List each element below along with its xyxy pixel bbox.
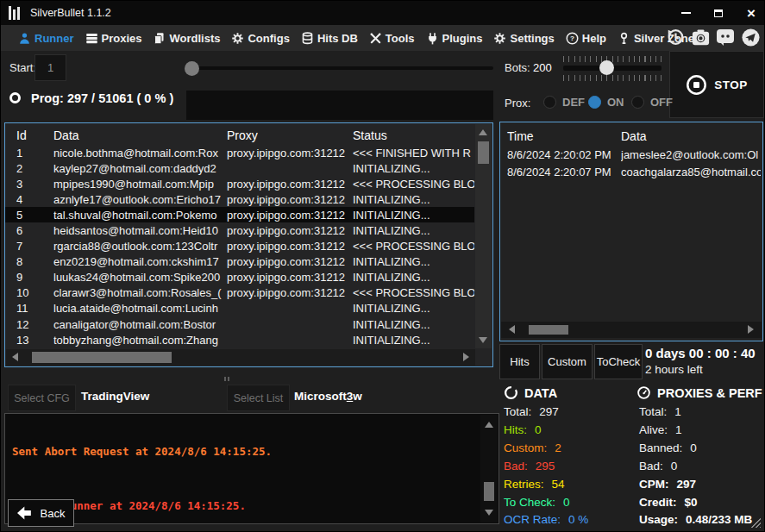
tools-icon	[369, 32, 382, 45]
prox-label: Prox:	[505, 97, 530, 110]
column-header-time[interactable]: Time	[507, 129, 621, 143]
selected-wordlist: Microsoft3w	[294, 390, 362, 403]
column-header-data[interactable]: Data	[621, 129, 761, 143]
table-row[interactable]: 3mpipes1990@hotmail.com:Mpipproxy.ipipgo…	[5, 176, 474, 191]
scroll-right-icon[interactable]	[748, 325, 754, 334]
proxies-perf-section-header: PROXIES & PERF	[636, 385, 762, 400]
start-input[interactable]	[34, 54, 66, 81]
start-label: Start:	[9, 61, 36, 74]
data-section-header: DATA	[504, 385, 557, 400]
scroll-left-icon[interactable]	[509, 325, 515, 334]
start-slider-handle[interactable]	[185, 61, 199, 76]
column-header-data[interactable]: Data	[53, 128, 227, 142]
nav-tools[interactable]: Tools	[369, 32, 415, 45]
camera-icon[interactable]	[690, 27, 711, 47]
table-row[interactable]: 4aznlyfe17@outlook.com:Ericho17proxy.ipi…	[5, 191, 474, 207]
bots-slider-ticks	[563, 75, 662, 81]
close-button[interactable]: ×	[742, 3, 761, 22]
vertical-scrollbar[interactable]	[475, 124, 492, 348]
selected-config: TradingView	[81, 390, 149, 403]
scroll-up-icon[interactable]	[485, 422, 493, 428]
table-row-selected[interactable]: 5tal.shuval@hotmail.com:Pokemoproxy.ipip…	[5, 207, 474, 222]
prox-def-label: DEF	[562, 96, 585, 109]
stat-hits: Hits:0	[504, 423, 542, 436]
titlebar: SilverBullet 1.1.2 ×	[1, 1, 765, 25]
log-console[interactable]: Sent Abort Request at 2024/8/6 14:15:25.…	[4, 413, 499, 524]
tab-custom[interactable]: Custom	[542, 344, 593, 379]
table-row[interactable]: 9luukas24@hotmail.com:Spike200proxy.ipip…	[5, 270, 474, 285]
hit-row[interactable]: 8/6/2024 2:20:02 PMjameslee2@outlook.com…	[500, 147, 761, 164]
stop-icon	[686, 74, 707, 96]
table-row[interactable]: 12canaligator@hotmail.com:BostorINITIALI…	[5, 316, 474, 332]
perf-banned: Banned:0	[639, 441, 697, 454]
log-line: Sent Abort Request at 2024/8/6 14:15:25.	[12, 442, 473, 460]
proxies-icon	[85, 32, 98, 45]
scroll-thumb[interactable]	[529, 325, 568, 335]
nav-configs[interactable]: Configs	[231, 32, 289, 45]
scroll-thumb[interactable]	[32, 352, 172, 363]
column-header-status[interactable]: Status	[353, 128, 474, 142]
settings-icon	[493, 32, 506, 45]
prox-def-radio[interactable]	[543, 96, 556, 109]
close-icon: ×	[747, 6, 756, 21]
perf-bad: Bad:0	[639, 460, 677, 473]
column-header-proxy[interactable]: Proxy	[227, 128, 353, 142]
scroll-thumb[interactable]	[478, 141, 489, 164]
table-row[interactable]: 1nicole.bothma@hotmail.com:Roxproxy.ipip…	[5, 145, 474, 160]
nav-settings[interactable]: Settings	[493, 32, 554, 45]
table-row[interactable]: 8enz0219@hotmail.com:ckshim17proxy.ipipg…	[5, 254, 474, 270]
horizontal-scrollbar[interactable]	[501, 322, 762, 338]
bots-slider-handle[interactable]	[599, 60, 614, 75]
nav-help[interactable]: ? Help	[566, 32, 606, 45]
table-row[interactable]: 13tobbyzhang@hotmail.com:ZhangINITIALIZI…	[5, 332, 474, 347]
history-icon[interactable]	[665, 27, 686, 47]
maximize-button[interactable]	[709, 3, 728, 22]
plugins-icon	[426, 32, 439, 45]
back-button[interactable]: Back	[8, 499, 74, 527]
vertical-scrollbar[interactable]	[480, 415, 498, 523]
discord-icon[interactable]	[715, 27, 736, 47]
select-list-button[interactable]: Select List	[227, 385, 290, 411]
horizontal-scrollbar[interactable]	[6, 349, 475, 366]
configs-icon	[231, 32, 244, 45]
nav-plugins[interactable]: Plugins	[426, 32, 483, 45]
scroll-down-icon[interactable]	[479, 337, 487, 343]
tab-tocheck[interactable]: ToCheck	[594, 344, 643, 379]
scroll-down-icon[interactable]	[485, 510, 493, 516]
bots-label: Bots:	[505, 61, 530, 74]
telegram-icon[interactable]	[740, 27, 761, 47]
minimize-icon	[681, 12, 691, 14]
minimize-button[interactable]	[676, 3, 695, 22]
stat-total: Total:297	[504, 405, 559, 418]
scroll-up-icon[interactable]	[479, 129, 487, 135]
scroll-left-icon[interactable]	[12, 353, 18, 361]
table-row[interactable]: 6heidsantos@hotmail.com:Heid10proxy.ipip…	[5, 222, 474, 238]
splitter-handle[interactable]	[220, 377, 234, 381]
nav-hitsdb[interactable]: Hits DB	[301, 32, 358, 45]
nav-wordlists[interactable]: Wordlists	[153, 32, 220, 45]
progress-text: Prog: 297 / 51061 ( 0 % )	[31, 91, 173, 105]
table-row[interactable]: 2kaylep27@hotmail.com:daddyd2INITIALIZIN…	[5, 160, 474, 176]
start-slider[interactable]	[186, 66, 493, 70]
data-icon	[504, 385, 518, 400]
table-row[interactable]: 10clarawr3@hotmail.com:Rosales_(proxy.ip…	[5, 285, 474, 301]
stop-button[interactable]: STOP	[669, 51, 764, 118]
prox-off-label: OFF	[650, 96, 673, 109]
scroll-right-icon[interactable]	[463, 353, 469, 361]
nav-proxies[interactable]: Proxies	[85, 32, 142, 45]
select-cfg-button[interactable]: Select CFG	[8, 385, 76, 411]
prox-on-radio[interactable]	[588, 96, 601, 109]
column-header-id[interactable]: Id	[16, 128, 53, 142]
window-title: SilverBullet 1.1.2	[30, 7, 111, 19]
tab-hits[interactable]: Hits	[499, 344, 540, 379]
hit-row[interactable]: 8/6/2024 2:20:07 PMcoachgalarza85@hotmai…	[500, 164, 761, 181]
nav-runner[interactable]: Runner	[18, 32, 74, 45]
progress-bar	[186, 91, 493, 120]
prox-off-radio[interactable]	[631, 96, 644, 109]
perf-cpm: CPM:297	[639, 478, 696, 491]
perf-credit: Credit:$0	[639, 496, 698, 509]
table-row[interactable]: 11lucia.ataide@hotmail.com:LucinhINITIAL…	[5, 301, 474, 316]
perf-total: Total:1	[639, 405, 681, 418]
scroll-thumb[interactable]	[484, 482, 494, 501]
table-row[interactable]: 7rgarcia88@outlook.com:123Coltrproxy.ipi…	[5, 239, 474, 254]
